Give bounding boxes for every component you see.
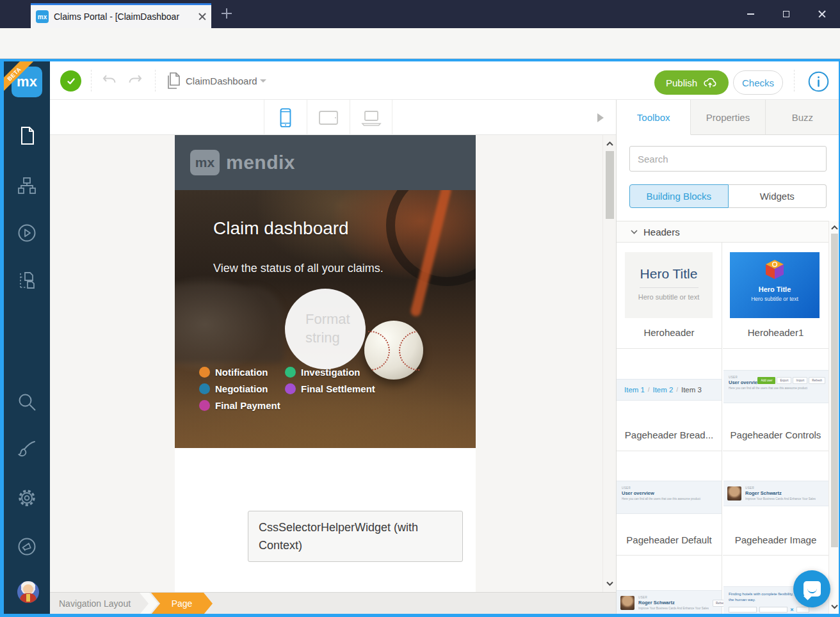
image-header-buttons-preview: USER Roger Schwartz Improve Your Busines… [617, 590, 722, 614]
building-block-pageheader-breadcrumb[interactable]: Item 1 / Item 2 / Item 3 Pageheader Brea… [617, 349, 722, 451]
window-controls [732, 0, 840, 28]
hero-title[interactable]: Claim dashboard [213, 218, 349, 239]
device-desktop-button[interactable] [350, 100, 392, 135]
toolbar-divider [794, 70, 795, 92]
breadcrumb-page[interactable]: Page [151, 593, 213, 614]
page-preview[interactable]: mx mendix Claim dashboard View the statu… [175, 135, 476, 592]
mendix-header-logo: mx [190, 150, 220, 175]
mendix-favicon: mx [36, 10, 49, 23]
legend-dot [285, 367, 296, 378]
expand-arrow-icon[interactable] [597, 113, 608, 122]
legend-item[interactable]: Notification [199, 367, 285, 378]
scroll-up-icon[interactable] [606, 140, 614, 148]
sidebar-item-settings[interactable] [17, 488, 37, 508]
legend-dot [199, 383, 210, 394]
legend-dot [199, 400, 210, 411]
building-block-heroheader[interactable]: Hero Title Hero subtitle or text Herohea… [617, 243, 722, 349]
section-headers[interactable]: Headers [617, 221, 828, 243]
chart-placeholder[interactable]: Format string [285, 289, 366, 369]
sidebar-item-microflows[interactable] [17, 223, 37, 243]
chevron-down-icon [631, 230, 638, 234]
app-toolbar: ClaimDashboard Publish Checks [50, 61, 840, 100]
app-sidebar: mx BETA [4, 61, 50, 614]
minimize-button[interactable] [732, 0, 768, 28]
toolbox-search[interactable] [629, 146, 827, 172]
tab-properties[interactable]: Properties [691, 100, 765, 134]
scrollbar-thumb[interactable] [831, 234, 838, 547]
cube-icon [730, 252, 820, 282]
sidebar-item-search[interactable] [17, 392, 37, 412]
hero-header-widget[interactable]: Claim dashboard View the status of all y… [175, 190, 476, 448]
publish-button[interactable]: Publish [654, 70, 729, 95]
canvas-scrollbar[interactable] [602, 135, 616, 592]
image-header-preview: USER Roger Schwartz Improve Your Busines… [723, 481, 828, 506]
browser-titlebar: mx Claims Portal - [ClaimDashboar [0, 0, 840, 28]
css-selector-helper-widget[interactable]: CssSelectorHelperWidget (with Context) [248, 511, 463, 562]
mendix-header-brand: mendix [226, 152, 295, 173]
toolbox-mode-toggle: Building Blocks Widgets [629, 184, 827, 208]
building-block-partial[interactable]: USER Roger Schwartz Improve Your Busines… [617, 556, 722, 614]
legend-item[interactable]: Final Payment [199, 400, 285, 411]
tab-toolbox[interactable]: Toolbox [617, 100, 691, 135]
building-block-pageheader-default[interactable]: USER User overview Here you can find all… [617, 451, 722, 556]
tablet-icon [318, 109, 339, 127]
maximize-button[interactable] [768, 0, 804, 28]
building-blocks-toggle[interactable]: Building Blocks [629, 184, 729, 208]
claim-status-legend: Notification Investigation Negotiation F… [199, 367, 375, 411]
scroll-up-icon[interactable] [830, 223, 839, 232]
building-block-grid: Hero Title Hero subtitle or text Herohea… [617, 243, 828, 614]
legend-item[interactable]: Final Settlement [285, 383, 375, 394]
heroheader-preview: Hero Title Hero subtitle or text [625, 252, 713, 318]
building-block-heroheader1[interactable]: Hero Title Hero subtitle or text Herohea… [723, 243, 828, 349]
info-button[interactable] [808, 71, 829, 92]
chat-support-button[interactable] [793, 570, 830, 607]
mini-avatar [620, 596, 634, 610]
scrollbar-thumb[interactable] [606, 151, 614, 219]
tab-buzz[interactable]: Buzz [766, 100, 839, 134]
browser-tab[interactable]: mx Claims Portal - [ClaimDashboar [31, 3, 211, 28]
building-block-pageheader-image[interactable]: USER Roger Schwartz Improve Your Busines… [723, 451, 828, 556]
scroll-down-icon[interactable] [830, 602, 839, 611]
scroll-down-icon[interactable] [606, 579, 614, 588]
new-tab-button[interactable] [222, 8, 232, 19]
panel-scrollbar[interactable] [828, 221, 839, 614]
mini-avatar [727, 486, 741, 501]
document-name[interactable]: ClaimDashboard [186, 76, 257, 86]
redo-button[interactable] [127, 72, 143, 89]
controls-preview: USER User overview Here you can find all… [723, 370, 828, 403]
legend-dot [199, 367, 210, 378]
building-block-pageheader-controls[interactable]: USER User overview Here you can find all… [723, 349, 828, 451]
toolbar-divider [91, 70, 92, 92]
accent-border-bottom [0, 614, 840, 617]
undo-button[interactable] [101, 72, 118, 89]
tab-title: Claims Portal - [ClaimDashboar [54, 12, 193, 22]
user-avatar[interactable] [17, 581, 39, 603]
browser-navbar: https://modeler.mendix.com/project/753ba… [0, 28, 840, 59]
hero-subtitle[interactable]: View the status of all your claims. [213, 262, 384, 275]
document-icon [165, 72, 181, 90]
photo-rotary-phone [175, 286, 284, 363]
device-tablet-button[interactable] [307, 100, 350, 135]
sidebar-item-pages[interactable] [17, 125, 37, 146]
sidebar-item-theme[interactable] [17, 439, 37, 460]
toolbox-search-input[interactable] [638, 154, 818, 164]
sidebar-item-copy-pages[interactable] [17, 270, 37, 291]
page-content-section: CssSelectorHelperWidget (with Context) [175, 448, 476, 592]
checks-button[interactable]: Checks [733, 70, 783, 95]
sidebar-item-feedback[interactable] [17, 536, 37, 557]
document-dropdown-icon[interactable] [260, 79, 266, 86]
toolbar-divider [155, 70, 156, 92]
breadcrumb-navigation-layout[interactable]: Navigation Layout [50, 593, 154, 614]
widgets-toggle[interactable]: Widgets [729, 184, 827, 208]
navigation-header[interactable]: mx mendix [175, 135, 476, 190]
legend-item[interactable]: Negotiation [199, 383, 285, 394]
window-close-button[interactable] [804, 0, 840, 28]
tab-close-icon[interactable] [198, 13, 206, 20]
sidebar-item-domain-model[interactable] [17, 175, 37, 196]
device-mode-bar [50, 100, 616, 135]
chat-bubble-icon [804, 581, 821, 597]
device-phone-button[interactable] [264, 100, 307, 135]
legend-item[interactable]: Investigation [285, 367, 375, 378]
breadcrumb-preview: Item 1 / Item 2 / Item 3 [617, 379, 722, 401]
mini-input [759, 607, 788, 613]
